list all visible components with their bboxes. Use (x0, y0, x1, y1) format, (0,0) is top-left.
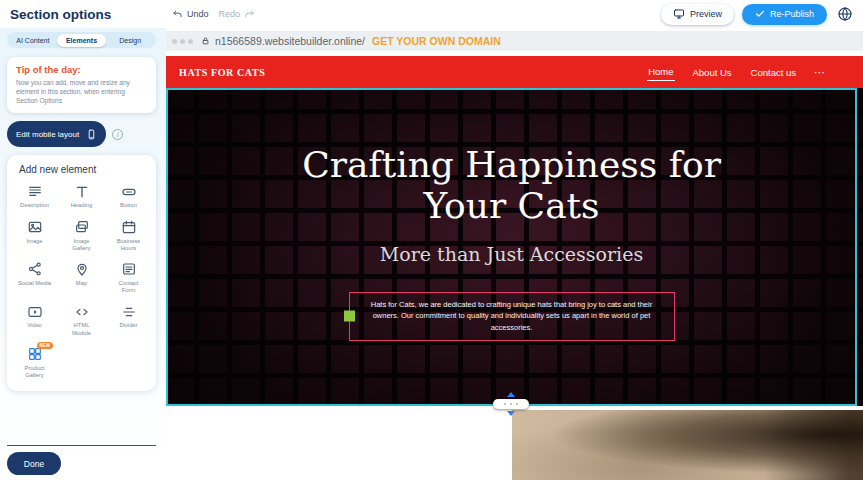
done-button[interactable]: Done (7, 452, 61, 475)
globe-icon[interactable] (837, 6, 853, 22)
browser-address-bar: n1566589.websitebuilder.online/ GET YOUR… (166, 31, 863, 51)
redo-icon (244, 9, 255, 20)
tip-body: Now you can add, move and resize any ele… (16, 78, 147, 105)
get-domain-link[interactable]: GET YOUR OWN DOMAIN (372, 35, 501, 47)
redo-label: Redo (219, 9, 241, 19)
next-section-image[interactable] (512, 410, 863, 480)
element-video[interactable]: Video (11, 303, 58, 336)
tip-title: Tip of the day: (16, 64, 147, 75)
browser-dots-icon (172, 39, 193, 44)
site-preview: n1566589.websitebuilder.online/ GET YOUR… (166, 28, 863, 480)
sidebar: AI Content Elements Design Tip of the da… (0, 28, 166, 480)
redo-button[interactable]: Redo (219, 9, 256, 20)
product-gallery-icon: NEW (27, 346, 43, 363)
republish-button[interactable]: Re-Publish (742, 4, 827, 25)
site-nav: Home About Us Contact us ⋯ (647, 63, 825, 81)
hero-heading[interactable]: Crafting Happiness for Your Cats (287, 144, 737, 227)
map-icon (74, 261, 90, 278)
element-business-hours[interactable]: Business Hours (105, 219, 152, 252)
sidebar-tabbar: AI Content Elements Design (7, 32, 156, 48)
undo-label: Undo (187, 9, 209, 19)
hero-paragraph-element[interactable]: Hats for Cats, we are dedicated to craft… (349, 292, 675, 341)
sidebar-divider (7, 445, 156, 446)
tab-ai-content[interactable]: AI Content (9, 34, 58, 47)
mobile-phone-icon (86, 128, 97, 141)
heading-icon (74, 183, 90, 200)
preview-button[interactable]: Preview (661, 4, 734, 25)
info-icon[interactable]: i (112, 129, 123, 140)
undo-redo-group: Undo Redo (172, 0, 255, 28)
element-drag-handle[interactable] (344, 311, 355, 322)
edit-mobile-layout-button[interactable]: Edit mobile layout (7, 121, 106, 147)
resize-grip (493, 399, 529, 409)
new-badge: NEW (37, 342, 53, 349)
element-html-module[interactable]: HTML Module (58, 303, 105, 336)
preview-label: Preview (690, 9, 722, 19)
image-icon (27, 219, 43, 236)
app-root: Section options Undo Redo Preview (0, 0, 863, 480)
topbar-actions: Preview Re-Publish (661, 4, 853, 25)
nav-item-home[interactable]: Home (647, 63, 674, 81)
contact-form-icon (121, 261, 137, 278)
description-icon (27, 183, 43, 200)
section-resize-handle[interactable] (493, 392, 529, 416)
site-url: n1566589.websitebuilder.online/ (215, 35, 365, 47)
element-grid: Description Heading Button (11, 183, 152, 379)
check-icon (755, 9, 765, 19)
topbar: Section options Undo Redo Preview (0, 0, 863, 28)
element-image-gallery[interactable]: Image Gallery (58, 219, 105, 252)
tip-of-the-day-card: Tip of the day: Now you can add, move an… (7, 57, 156, 113)
edit-mobile-label: Edit mobile layout (16, 130, 79, 139)
add-new-element-panel: Add new element Description Heading (7, 155, 156, 391)
undo-button[interactable]: Undo (172, 9, 209, 20)
lock-icon (201, 36, 210, 46)
social-media-icon (27, 261, 43, 278)
business-hours-icon (121, 219, 137, 236)
tab-elements[interactable]: Elements (57, 34, 106, 47)
add-panel-title: Add new element (19, 164, 152, 175)
image-gallery-icon (74, 219, 90, 236)
html-module-icon (74, 303, 90, 320)
site-header: HATS FOR CATS Home About Us Contact us ⋯ (166, 56, 863, 88)
divider-icon (121, 303, 137, 320)
element-button[interactable]: Button (105, 183, 152, 209)
nav-item-about[interactable]: About Us (692, 64, 733, 81)
element-contact-form[interactable]: Contact Form (105, 261, 152, 294)
nav-item-contact[interactable]: Contact us (750, 64, 797, 81)
edit-mobile-row: Edit mobile layout i (7, 121, 156, 147)
hero-paragraph-text: Hats for Cats, we are dedicated to craft… (371, 300, 652, 332)
element-product-gallery[interactable]: NEW Product Gallery (11, 346, 58, 379)
resize-up-arrow-icon (507, 392, 515, 397)
element-heading[interactable]: Heading (58, 183, 105, 209)
monitor-icon (673, 8, 685, 20)
resize-down-arrow-icon (507, 411, 515, 416)
element-description[interactable]: Description (11, 183, 58, 209)
undo-icon (172, 9, 183, 20)
republish-label: Re-Publish (770, 9, 814, 19)
button-icon (121, 183, 137, 200)
element-social-media[interactable]: Social Media (11, 261, 58, 294)
tab-design[interactable]: Design (106, 34, 155, 47)
video-icon (27, 303, 43, 320)
element-divider[interactable]: Divider (105, 303, 152, 336)
element-image[interactable]: Image (11, 219, 58, 252)
element-map[interactable]: Map (58, 261, 105, 294)
site-logo[interactable]: HATS FOR CATS (179, 67, 265, 78)
hero-subheading[interactable]: More than Just Accessories (380, 243, 643, 265)
page-title: Section options (10, 7, 111, 22)
